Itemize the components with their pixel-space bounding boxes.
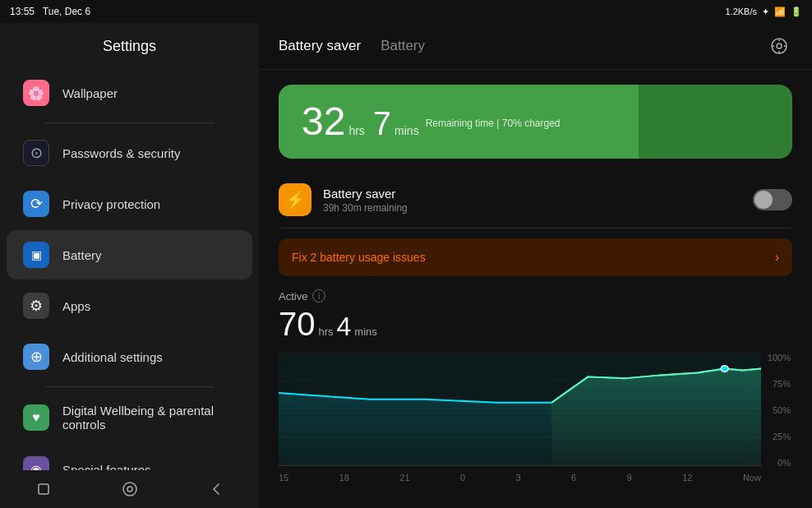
sidebar-item-privacy[interactable]: ⟳ Privacy protection [7,179,252,229]
y-label-100: 100% [763,353,791,363]
svg-point-4 [777,44,782,48]
network-speed: 1.2KB/s [725,7,757,16]
content-tabs: Battery saver Battery [279,36,425,56]
battery-saver-subtitle: 39h 30m remaining [323,202,753,214]
wallpaper-icon: 🌸 [23,80,49,106]
apps-icon: ⚙ [23,293,49,319]
x-label-6: 6 [571,473,576,483]
x-label-15: 15 [279,473,288,483]
header-settings-icon[interactable] [766,33,792,59]
status-indicators: 1.2KB/s ✦ 📶 🔋 [725,7,802,17]
sidebar-label-apps: Apps [62,299,90,313]
sidebar-item-battery[interactable]: ▣ Battery [7,230,252,279]
sidebar-item-passwords[interactable]: ⊙ Passwords & security [7,128,252,178]
x-label-0: 0 [460,473,465,483]
status-time: 13:55 [10,6,35,17]
battery-hours: 32 [302,102,345,141]
x-label-21: 21 [399,473,409,483]
battery-hrs-label: hrs [348,124,364,137]
additional-icon: ⊕ [23,344,49,370]
battery-saver-title: Battery saver [323,187,753,201]
chart-y-labels: 100% 75% 50% 25% 0% [763,353,792,468]
main-layout: Settings 🌸 Wallpaper ⊙ Passwords & secur… [0,23,812,508]
nav-home-button[interactable] [30,476,57,502]
tab-battery[interactable]: Battery [381,36,425,56]
status-time-date: 13:55 Tue, Dec 6 [10,6,90,17]
sidebar-item-additional[interactable]: ⊕ Additional settings [7,332,252,381]
status-bar: 13:55 Tue, Dec 6 1.2KB/s ✦ 📶 🔋 [0,0,812,23]
battery-saver-toggle[interactable] [753,189,792,210]
sidebar-label-wellbeing: Digital Wellbeing & parental controls [62,404,236,432]
sidebar-items-list: 🌸 Wallpaper ⊙ Passwords & security ⟳ Pri… [0,67,259,470]
tab-battery-saver[interactable]: Battery saver [279,36,361,56]
content-header: Battery saver Battery [259,23,812,70]
active-mins-label: mins [354,326,376,338]
sidebar-item-special[interactable]: ◉ Special features [7,445,252,470]
battery-time-display: 32 hrs 7 mins [302,102,419,141]
sidebar-item-wellbeing[interactable]: ♥ Digital Wellbeing & parental controls [7,392,252,443]
sidebar-label-special: Special features [62,463,151,471]
status-date: Tue, Dec 6 [43,6,90,17]
active-time-display: 70 hrs 4 mins [279,306,792,343]
x-label-18: 18 [339,473,349,483]
fix-issues-banner[interactable]: Fix 2 battery usage issues › [279,238,792,276]
svg-point-2 [127,487,132,492]
battery-mins: 7 [373,107,391,140]
chart-x-labels: 15 18 21 0 3 6 9 12 Now [279,471,761,484]
active-label-text: Active [279,290,307,302]
y-label-0: 0% [763,458,791,468]
x-label-12: 12 [682,473,692,483]
sidebar-label-privacy: Privacy protection [62,197,160,211]
y-label-50: 50% [763,405,791,415]
x-label-9: 9 [627,473,632,483]
chart-area [279,353,761,466]
sidebar: Settings 🌸 Wallpaper ⊙ Passwords & secur… [0,23,259,508]
sidebar-label-additional: Additional settings [62,350,163,364]
battery-remaining-text: Remaining time | 70% charged [426,118,561,129]
wellbeing-icon: ♥ [23,404,49,431]
sidebar-item-wallpaper[interactable]: 🌸 Wallpaper [7,68,252,118]
nav-bar [0,470,259,508]
nav-back-button[interactable] [203,476,229,502]
bluetooth-icon: ✦ [762,7,769,17]
active-hours: 70 [279,306,316,343]
sidebar-divider-1 [45,122,214,123]
active-mins: 4 [337,312,352,342]
battery-level-card: 32 hrs 7 mins Remaining time | 70% charg… [279,85,792,159]
nav-circle-button[interactable] [117,476,143,502]
toggle-thumb [754,191,773,209]
passwords-icon: ⊙ [23,140,49,166]
sidebar-label-wallpaper: Wallpaper [62,86,118,100]
privacy-icon: ⟳ [23,191,49,217]
fix-issues-chevron: › [775,250,779,265]
y-label-75: 75% [763,379,791,389]
svg-point-1 [123,483,136,496]
sidebar-divider-2 [45,386,214,387]
battery-saver-row[interactable]: ⚡ Battery saver 39h 30m remaining [279,172,792,229]
chart-svg [279,353,761,465]
content-area: Battery saver Battery 32 [259,23,812,508]
active-hrs-label: hrs [319,326,334,338]
x-label-3: 3 [516,473,521,483]
battery-sub-info: Remaining time | 70% charged [426,114,561,129]
sidebar-label-passwords: Passwords & security [62,146,180,160]
battery-saver-icon: ⚡ [279,183,311,216]
battery-chart: 100% 75% 50% 25% 0% 15 18 21 0 3 6 9 12 … [279,353,792,484]
fix-issues-text: Fix 2 battery usage issues [292,251,426,264]
wifi-icon: 📶 [774,7,786,17]
active-label: Active i [279,289,792,302]
x-label-now: Now [743,473,761,483]
sidebar-title: Settings [0,23,259,67]
battery-content: 32 hrs 7 mins Remaining time | 70% charg… [259,70,812,508]
sidebar-label-battery: Battery [62,248,102,262]
active-section: Active i 70 hrs 4 mins [279,289,792,343]
battery-icon: 🔋 [791,7,802,17]
svg-point-14 [721,366,728,372]
battery-sidebar-icon: ▣ [23,242,49,268]
battery-mins-label: mins [394,124,419,137]
special-icon: ◉ [23,456,49,470]
info-icon[interactable]: i [312,289,325,302]
battery-saver-info: Battery saver 39h 30m remaining [323,187,753,214]
sidebar-item-apps[interactable]: ⚙ Apps [7,281,252,330]
svg-rect-0 [39,484,48,494]
